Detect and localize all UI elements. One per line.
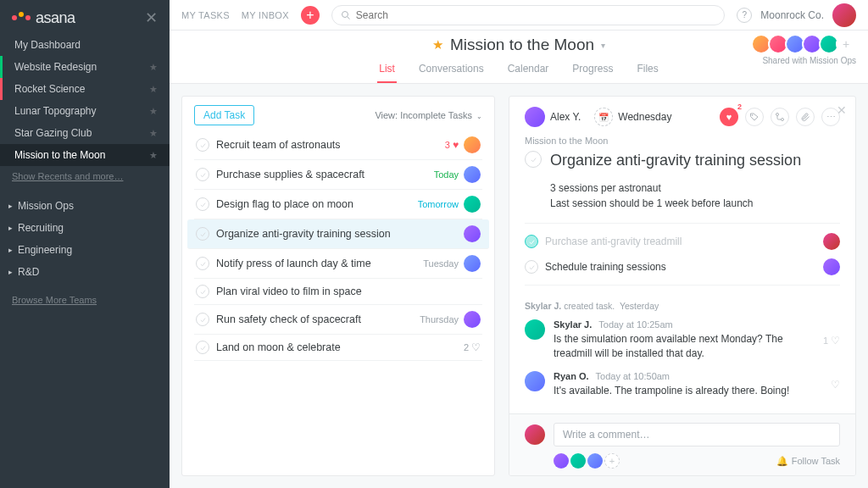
sidebar-item-star-gazing[interactable]: Star Gazing Club★	[0, 122, 170, 144]
task-row[interactable]: Plan viral video to film in space	[194, 279, 482, 305]
complete-checkbox[interactable]	[196, 341, 209, 354]
nav-my-tasks[interactable]: MY TASKS	[181, 10, 230, 20]
star-icon[interactable]: ★	[432, 37, 443, 53]
tab-list[interactable]: List	[377, 58, 397, 83]
like-count: 2 ♡	[464, 341, 481, 353]
avatar	[554, 453, 569, 469]
add-follower-button[interactable]: +	[604, 453, 620, 469]
task-detail-pane: ✕ Alex Y. 📅 Wednesday ♥2	[509, 96, 856, 476]
show-recents-link[interactable]: Show Recents and more…	[0, 166, 170, 186]
attachment-icon[interactable]	[796, 108, 815, 126]
task-row[interactable]: Purchase supplies & spacecraft Today	[194, 160, 482, 190]
comment-input[interactable]: Write a comment…	[554, 423, 840, 446]
task-description[interactable]: 3 sessions per astronaut Last session sh…	[550, 180, 840, 211]
task-row[interactable]: Run safety check of spacecraft Thursday	[194, 305, 482, 335]
sidebar-item-rocket-science[interactable]: Rocket Science★	[0, 78, 170, 100]
like-button[interactable]: ♥2	[720, 108, 738, 126]
topbar: MY TASKS MY INBOX + ? Moonrock Co.	[170, 0, 868, 30]
task-title[interactable]: Organize anti-gravity training session	[550, 151, 801, 170]
tag-icon[interactable]	[745, 108, 764, 126]
logo[interactable]: asana	[12, 9, 75, 27]
add-member-button[interactable]: +	[836, 34, 856, 54]
due-date-chip[interactable]: 📅 Wednesday	[594, 108, 671, 126]
complete-checkbox[interactable]	[196, 313, 209, 326]
heart-icon: ♡	[831, 335, 840, 347]
assignee-avatar	[525, 107, 545, 127]
browse-teams-link[interactable]: Browse More Teams	[0, 290, 170, 310]
due-date: Thursday	[420, 314, 459, 324]
team-rd[interactable]: ▸R&D	[0, 261, 170, 283]
complete-checkbox[interactable]	[196, 227, 209, 241]
assignee-chip[interactable]: Alex Y.	[525, 107, 581, 127]
follower-list[interactable]: +	[554, 453, 620, 469]
complete-checkbox[interactable]	[525, 151, 542, 168]
tab-conversations[interactable]: Conversations	[417, 58, 486, 83]
assignee-avatar	[823, 258, 840, 275]
project-header: ★ Mission to the Moon ▾ + Shared with Mi…	[170, 30, 868, 84]
sidebar-item-lunar-topography[interactable]: Lunar Topography★	[0, 100, 170, 122]
like-button[interactable]: ♡	[831, 371, 840, 398]
like-button[interactable]: 1♡	[823, 319, 840, 361]
assignee-avatar	[464, 311, 481, 328]
task-row[interactable]: Organize anti-gravity training session	[187, 219, 489, 249]
follow-task-button[interactable]: 🔔Follow Task	[776, 456, 840, 467]
complete-checkbox[interactable]	[196, 168, 209, 181]
breadcrumb[interactable]: Mission to the Moon	[525, 136, 840, 146]
chevron-down-icon: ⌄	[476, 113, 482, 120]
task-row[interactable]: Land on moon & celebrate 2 ♡	[194, 335, 482, 361]
chevron-down-icon[interactable]: ▾	[601, 41, 605, 50]
comment: Skylar J.Today at 10:25am Is the simulat…	[525, 319, 840, 361]
subtask-row[interactable]: Schedule training sessions	[525, 254, 840, 280]
sidebar-item-mission-moon[interactable]: Mission to the Moon★	[0, 144, 170, 166]
task-row[interactable]: Design flag to place on moon Tomorrow	[194, 190, 482, 219]
subtask-row[interactable]: Purchase anti-gravity treadmill	[525, 229, 840, 254]
user-avatar[interactable]	[832, 3, 856, 27]
complete-checkbox[interactable]	[525, 260, 538, 274]
heart-icon: ♡	[831, 379, 840, 391]
shared-with-label: Shared with Mission Ops	[762, 56, 856, 65]
tab-progress[interactable]: Progress	[570, 58, 615, 83]
heart-icon: ♥	[453, 139, 459, 151]
team-engineering[interactable]: ▸Engineering	[0, 239, 170, 261]
svg-point-0	[342, 11, 348, 17]
task-row[interactable]: Recruit team of astronauts 3 ♥	[194, 130, 482, 160]
workspace-switcher[interactable]: Moonrock Co.	[760, 9, 824, 21]
assignee-avatar	[823, 233, 840, 250]
assignee-avatar	[464, 225, 481, 242]
team-mission-ops[interactable]: ▸Mission Ops	[0, 195, 170, 217]
user-avatar	[525, 424, 545, 445]
project-title: Mission to the Moon	[450, 36, 594, 54]
add-task-button[interactable]: Add Task	[194, 105, 254, 125]
view-selector[interactable]: View: Incomplete Tasks ⌄	[375, 110, 482, 120]
complete-checkbox[interactable]	[525, 235, 538, 248]
star-icon: ★	[149, 62, 158, 73]
avatar	[570, 453, 586, 469]
search-field[interactable]	[356, 9, 715, 21]
svg-point-3	[776, 114, 779, 116]
comment-avatar	[525, 319, 545, 340]
sidebar-item-website-redesign[interactable]: Website Redesign★	[0, 56, 170, 78]
complete-checkbox[interactable]	[196, 138, 209, 152]
calendar-icon: 📅	[594, 108, 613, 126]
avatar	[587, 453, 603, 469]
search-input[interactable]	[331, 5, 725, 25]
close-sidebar-icon[interactable]: ✕	[145, 8, 158, 27]
star-icon: ★	[149, 128, 158, 139]
nav-my-inbox[interactable]: MY INBOX	[242, 10, 289, 20]
complete-checkbox[interactable]	[196, 257, 209, 270]
complete-checkbox[interactable]	[196, 285, 209, 298]
project-members[interactable]: +	[754, 34, 856, 54]
tab-calendar[interactable]: Calendar	[506, 58, 551, 83]
tab-files[interactable]: Files	[635, 58, 659, 83]
comment-avatar	[525, 371, 545, 391]
team-recruiting[interactable]: ▸Recruiting	[0, 217, 170, 239]
comment-composer: Write a comment… + 🔔Follow Task	[509, 413, 855, 475]
sidebar-item-dashboard[interactable]: My Dashboard	[0, 34, 170, 56]
task-list-pane: Add Task View: Incomplete Tasks ⌄ Recrui…	[181, 96, 495, 476]
task-row[interactable]: Notify press of launch day & time Tuesda…	[194, 249, 482, 279]
quick-add-button[interactable]: +	[301, 6, 320, 25]
subtask-icon[interactable]	[771, 108, 789, 126]
help-icon[interactable]: ?	[737, 8, 752, 23]
complete-checkbox[interactable]	[196, 197, 209, 211]
close-icon[interactable]: ✕	[837, 103, 847, 117]
